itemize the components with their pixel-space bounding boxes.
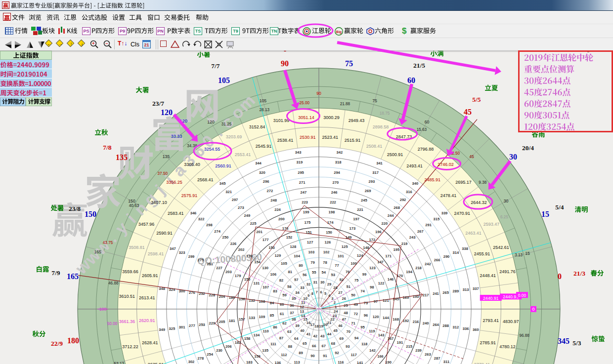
svg-text:68: 68 [331, 341, 335, 346]
svg-text:314: 314 [453, 250, 459, 255]
svg-text:2500.91: 2500.91 [387, 152, 403, 157]
svg-text:90: 90 [316, 91, 321, 96]
svg-text:290: 290 [443, 254, 450, 259]
svg-text:295: 295 [298, 170, 304, 175]
svg-text:241: 241 [433, 291, 439, 296]
svg-text:190: 190 [385, 360, 392, 364]
svg-text:104: 104 [294, 254, 300, 258]
svg-text:38: 38 [292, 317, 296, 322]
svg-text:109: 109 [259, 315, 265, 319]
svg-text:17: 17 [310, 323, 314, 327]
svg-text:243: 243 [409, 235, 416, 240]
svg-text:254: 254 [207, 352, 213, 357]
svg-text:223: 223 [302, 200, 308, 204]
svg-text:12.50: 12.50 [450, 151, 460, 156]
svg-text:18: 18 [314, 324, 318, 328]
svg-text:2949.43: 2949.43 [349, 118, 365, 123]
svg-text:2553.41: 2553.41 [235, 152, 251, 157]
svg-text:53.13: 53.13 [114, 362, 125, 364]
svg-text:2523.41: 2523.41 [322, 135, 339, 140]
svg-text:205: 205 [219, 320, 225, 324]
svg-text:151: 151 [306, 230, 312, 235]
svg-text:171: 171 [385, 254, 392, 258]
svg-text:168: 168 [393, 317, 399, 322]
svg-text:337: 337 [473, 286, 479, 291]
svg-text:267: 267 [417, 229, 424, 234]
svg-text:336: 336 [463, 326, 469, 331]
svg-text:225: 225 [250, 221, 257, 226]
svg-text:37.50: 37.50 [158, 171, 168, 176]
svg-text:143: 143 [378, 333, 385, 337]
svg-text:128: 128 [290, 244, 296, 249]
svg-text:346: 346 [190, 211, 197, 215]
svg-text:340: 340 [412, 181, 419, 186]
svg-text:320: 320 [259, 170, 265, 175]
svg-text:2538.41: 2538.41 [277, 138, 294, 143]
svg-text:60: 60 [425, 120, 430, 124]
svg-text:99: 99 [362, 272, 366, 277]
svg-text:112: 112 [281, 353, 287, 357]
svg-text:150: 150 [128, 199, 135, 203]
svg-text:3407.10: 3407.10 [151, 200, 167, 205]
svg-text:345: 345 [219, 181, 226, 186]
svg-text:183: 183 [246, 360, 253, 364]
svg-text:26: 26 [342, 296, 346, 301]
svg-text:53: 53 [331, 273, 335, 277]
svg-text:108: 108 [259, 299, 265, 304]
svg-text:230: 230 [216, 348, 222, 353]
svg-text:54: 54 [322, 270, 326, 275]
svg-text:153: 153 [268, 245, 275, 250]
svg-text:70: 70 [346, 329, 350, 334]
svg-text:81: 81 [288, 270, 292, 274]
svg-text:8: 8 [311, 291, 313, 296]
svg-text:239: 239 [415, 348, 422, 353]
svg-text:Big: Big [336, 30, 342, 34]
svg-text:113: 113 [294, 360, 300, 364]
svg-text:98: 98 [370, 285, 374, 289]
svg-text:136: 136 [275, 361, 281, 364]
svg-text:3661.36: 3661.36 [119, 319, 135, 324]
svg-text:61: 61 [280, 312, 284, 316]
svg-text:247: 247 [301, 190, 307, 195]
svg-text:266: 266 [434, 258, 440, 262]
svg-text:2605.91: 2605.91 [142, 273, 158, 278]
svg-text:263: 263 [425, 352, 431, 357]
svg-text:34: 34 [295, 290, 300, 295]
svg-text:2440.91: 2440.91 [483, 296, 499, 301]
svg-text:226: 226 [230, 242, 237, 246]
svg-text:292: 292 [400, 198, 406, 202]
svg-text:52: 52 [340, 278, 344, 282]
svg-text:25: 25 [344, 303, 348, 308]
svg-text:2530.91: 2530.91 [300, 135, 316, 140]
svg-text:2448.41: 2448.41 [480, 273, 496, 278]
svg-text:42: 42 [313, 334, 317, 338]
svg-text:248: 248 [270, 198, 277, 202]
svg-text:250: 250 [222, 235, 228, 240]
svg-text:158: 158 [244, 336, 251, 341]
svg-text:2796.88: 2796.88 [418, 147, 434, 152]
svg-text:5/3: 5/3 [572, 339, 581, 347]
svg-text:302: 302 [188, 360, 195, 364]
svg-text:323: 323 [179, 250, 185, 255]
svg-text:33.33: 33.33 [171, 134, 182, 139]
svg-text:296: 296 [263, 179, 269, 184]
svg-text:80: 80 [299, 263, 303, 268]
svg-text:2598.41: 2598.41 [148, 251, 164, 256]
svg-text:3051.14: 3051.14 [298, 115, 314, 120]
svg-text:135: 135 [116, 153, 128, 162]
svg-text:2575.91: 2575.91 [181, 193, 198, 198]
svg-text:30: 30 [509, 153, 517, 161]
svg-text:274: 274 [214, 229, 220, 234]
svg-text:103: 103 [308, 250, 314, 254]
svg-text:219: 219 [401, 242, 408, 246]
svg-text:96: 96 [364, 313, 368, 318]
svg-text:67: 67 [322, 344, 326, 348]
svg-text:2635.91: 2635.91 [148, 362, 164, 364]
svg-text:315: 315 [433, 217, 439, 221]
svg-text:220: 220 [381, 221, 388, 226]
svg-text:59: 59 [282, 293, 286, 297]
svg-text:170: 170 [396, 274, 403, 278]
svg-text:12: 12 [300, 305, 304, 309]
svg-text:179: 179 [235, 274, 241, 278]
svg-text:2568.41: 2568.41 [197, 177, 214, 182]
